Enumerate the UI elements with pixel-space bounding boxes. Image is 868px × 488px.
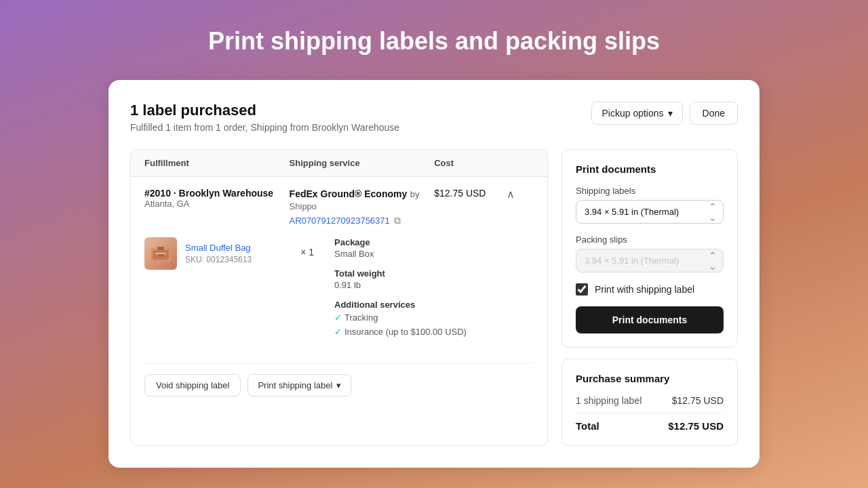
fulfillment-row: #2010 · Brooklyn Warehouse Atlanta, GA F… <box>131 177 547 407</box>
item-row: Small Duffel Bag SKU: 0012345613 × 1 Pac… <box>144 237 534 349</box>
service-tracking: ✓Tracking <box>334 311 534 325</box>
shipping-labels-select[interactable]: 3.94 × 5.91 in (Thermal) <box>576 200 724 224</box>
tracking-link[interactable]: AR070791270923756371 <box>290 216 390 226</box>
done-button[interactable]: Done <box>690 102 738 125</box>
summary-line-item-label: 1 shipping label <box>576 395 642 406</box>
summary-line-item-row: 1 shipping label $12.75 USD <box>576 395 724 406</box>
header-actions: Pickup options ▾ Done <box>591 102 738 125</box>
item-actions: Void shipping label Print shipping label… <box>144 363 534 396</box>
item-info: Small Duffel Bag SKU: 0012345613 <box>144 237 280 270</box>
purchase-summary-card: Purchase summary 1 shipping label $12.75… <box>561 359 738 446</box>
copy-icon[interactable]: ⧉ <box>394 215 401 226</box>
chevron-up-icon[interactable]: ∧ <box>507 188 534 201</box>
item-details: Package Small Box Total weight 0.91 lb A… <box>334 237 534 349</box>
svg-rect-2 <box>157 247 164 250</box>
package-value: Small Box <box>334 249 534 259</box>
shipping-labels-select-wrapper: 3.94 × 5.91 in (Thermal) ⌃⌄ <box>576 200 724 224</box>
fulfillment-row-header: #2010 · Brooklyn Warehouse Atlanta, GA F… <box>144 188 534 226</box>
print-label-text: Print shipping label <box>258 380 332 390</box>
warehouse-name: #2010 · Brooklyn Warehouse <box>144 188 290 199</box>
col-cost: Cost <box>434 158 507 168</box>
right-panel: Print documents Shipping labels 3.94 × 5… <box>561 149 738 446</box>
header-title: 1 label purchased <box>130 102 399 119</box>
header-info: 1 label purchased Fulfilled 1 item from … <box>130 102 399 133</box>
print-documents-title: Print documents <box>576 163 724 175</box>
shipping-service-info: FedEx Ground® Economy by Shippo AR070791… <box>290 188 435 226</box>
print-with-label-checkbox-label: Print with shipping label <box>595 284 694 295</box>
service-name-text: FedEx Ground® Economy <box>290 188 408 199</box>
summary-line-item-value: $12.75 USD <box>672 395 724 406</box>
card-header: 1 label purchased Fulfilled 1 item from … <box>130 102 738 133</box>
package-section: Package Small Box <box>334 237 534 259</box>
print-shipping-label-button[interactable]: Print shipping label ▾ <box>248 374 351 396</box>
weight-value: 0.91 lb <box>334 280 534 290</box>
summary-total-label: Total <box>576 420 599 432</box>
services-list: ✓Tracking ✓Insurance (up to $100.00 USD) <box>334 311 534 340</box>
services-label: Additional services <box>334 300 534 310</box>
col-actions <box>507 158 534 168</box>
weight-label: Total weight <box>334 268 534 279</box>
print-documents-button[interactable]: Print documents <box>576 306 724 333</box>
fulfillment-panel: Fulfillment Shipping service Cost #2010 … <box>130 149 548 446</box>
page-title: Print shipping labels and packing slips <box>208 27 660 56</box>
duffel-bag-image <box>147 240 174 267</box>
warehouse-location: Atlanta, GA <box>144 199 290 209</box>
weight-section: Total weight 0.91 lb <box>334 268 534 290</box>
summary-total-value: $12.75 USD <box>668 420 724 432</box>
packing-slips-select-wrapper: 3.94 × 5.91 in (Thermal) ⌃⌄ <box>576 249 724 272</box>
svg-rect-4 <box>155 253 166 254</box>
chevron-down-icon: ▾ <box>668 108 673 119</box>
shipping-service-name: FedEx Ground® Economy by Shippo <box>290 188 435 212</box>
package-label: Package <box>334 237 534 247</box>
print-documents-card: Print documents Shipping labels 3.94 × 5… <box>561 149 738 348</box>
col-shipping-service: Shipping service <box>290 158 435 168</box>
item-name-link[interactable]: Small Duffel Bag <box>185 243 252 253</box>
pickup-options-label: Pickup options <box>601 108 663 119</box>
item-quantity: × 1 <box>294 237 321 258</box>
header-subtitle: Fulfilled 1 item from 1 order, Shipping … <box>130 122 399 133</box>
packing-slips-field-label: Packing slips <box>576 235 724 245</box>
purchase-summary-title: Purchase summary <box>576 373 724 384</box>
main-card: 1 label purchased Fulfilled 1 item from … <box>108 80 760 468</box>
shipping-labels-field-label: Shipping labels <box>576 186 724 196</box>
services-section: Additional services ✓Tracking ✓Insurance… <box>334 300 534 340</box>
packing-slips-select[interactable]: 3.94 × 5.91 in (Thermal) <box>576 249 724 272</box>
item-sku: SKU: 0012345613 <box>185 255 252 264</box>
checkbox-row: Print with shipping label <box>576 283 724 296</box>
tracking-row: AR070791270923756371 ⧉ <box>290 215 435 226</box>
col-fulfillment: Fulfillment <box>144 158 290 168</box>
chevron-down-print-icon: ▾ <box>336 380 341 390</box>
item-name-info: Small Duffel Bag SKU: 0012345613 <box>185 243 252 265</box>
print-with-label-checkbox[interactable] <box>576 283 588 296</box>
pickup-options-button[interactable]: Pickup options ▾ <box>591 102 682 125</box>
table-header: Fulfillment Shipping service Cost <box>131 150 547 177</box>
item-image <box>144 237 177 270</box>
main-content: Fulfillment Shipping service Cost #2010 … <box>130 149 738 446</box>
service-insurance: ✓Insurance (up to $100.00 USD) <box>334 325 534 340</box>
cost-text: $12.75 USD <box>434 188 507 199</box>
summary-total-row: Total $12.75 USD <box>576 413 724 432</box>
warehouse-info: #2010 · Brooklyn Warehouse Atlanta, GA <box>144 188 290 209</box>
void-shipping-label-button[interactable]: Void shipping label <box>144 374 241 396</box>
